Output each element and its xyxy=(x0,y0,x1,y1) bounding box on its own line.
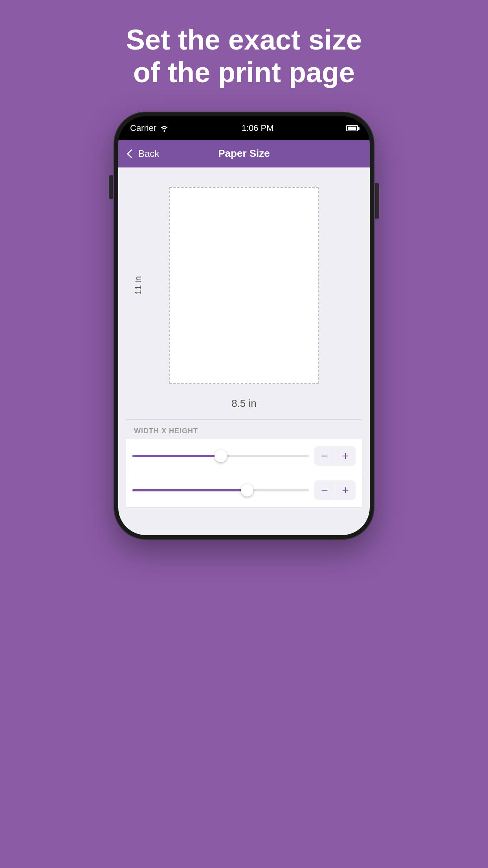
phone-shell: Carrier 1:06 PM Back Paper Size xyxy=(114,112,374,539)
stepper-height-minus[interactable]: − xyxy=(314,480,335,500)
slider-width-fill xyxy=(132,455,221,457)
height-label: 11 in xyxy=(133,276,143,295)
stepper-width-plus[interactable]: + xyxy=(335,446,356,466)
headline-line2: of the print page xyxy=(133,57,355,88)
headline-line1: Set the exact size xyxy=(126,24,362,55)
paper-page xyxy=(169,187,319,384)
headline: Set the exact size of the print page xyxy=(95,24,393,89)
slider-height-fill xyxy=(132,489,247,491)
paper-preview-area: 11 in 8.5 in xyxy=(126,179,362,419)
stepper-height-plus[interactable]: + xyxy=(335,480,356,500)
slider-row-height: − + xyxy=(126,473,362,508)
back-button[interactable]: Back xyxy=(128,148,159,159)
slider-height-thumb[interactable] xyxy=(241,484,253,497)
section-label: WIDTH X HEIGHT xyxy=(126,420,362,439)
battery-fill xyxy=(348,127,356,130)
stepper-width: − + xyxy=(314,446,356,466)
slider-width-track[interactable] xyxy=(132,455,309,457)
time-label: 1:06 PM xyxy=(242,123,274,133)
battery-icon xyxy=(346,125,358,131)
stepper-width-minus[interactable]: − xyxy=(314,446,335,466)
phone-inner: Carrier 1:06 PM Back Paper Size xyxy=(118,116,370,535)
slider-row-width: − + xyxy=(126,439,362,473)
nav-bar: Back Paper Size xyxy=(118,140,370,167)
width-label: 8.5 in xyxy=(231,397,257,410)
carrier-label: Carrier xyxy=(130,123,156,133)
nav-title: Paper Size xyxy=(218,147,270,160)
status-bar: Carrier 1:06 PM xyxy=(118,116,370,140)
chevron-left-icon xyxy=(127,149,136,158)
slider-height-track[interactable] xyxy=(132,489,309,491)
phone-bottom xyxy=(118,519,370,535)
paper-container: 11 in xyxy=(126,179,362,392)
stepper-height: − + xyxy=(314,480,356,500)
app-content: 11 in 8.5 in WIDTH X HEIGHT − xyxy=(118,167,370,519)
status-left: Carrier xyxy=(130,123,169,133)
slider-width-thumb[interactable] xyxy=(215,450,227,462)
wifi-icon xyxy=(160,125,169,132)
back-label: Back xyxy=(138,148,159,159)
